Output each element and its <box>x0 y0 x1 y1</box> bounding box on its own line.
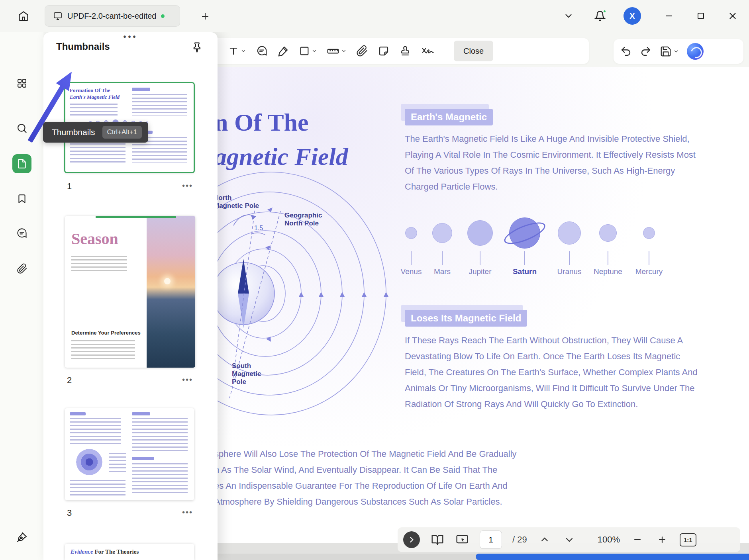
signature-tool-button[interactable] <box>421 45 434 57</box>
reading-view-button[interactable] <box>430 533 445 547</box>
signature-icon <box>421 45 434 57</box>
sidebar-item-apps[interactable] <box>12 74 31 93</box>
document-title-line1: n Of The <box>218 105 348 139</box>
ai-assistant-button[interactable] <box>687 43 704 60</box>
zoom-level: 100% <box>598 535 620 545</box>
thumbnail-page-3[interactable] <box>65 408 194 500</box>
home-icon <box>18 10 29 22</box>
chevron-down-icon <box>563 11 574 21</box>
pen-tool-button[interactable] <box>277 45 289 57</box>
text-lines-placeholder <box>71 340 135 361</box>
thumbnails-page-icon <box>17 159 27 169</box>
window-chevron-button[interactable] <box>560 7 577 25</box>
geographic-pole-label: Geographic <box>284 211 322 219</box>
text-tool-icon <box>228 45 239 57</box>
pen-nib-icon <box>16 531 28 543</box>
home-button[interactable] <box>14 6 33 26</box>
redo-button[interactable] <box>640 45 652 57</box>
pin-panel-button[interactable] <box>190 40 204 54</box>
thumbnails-tooltip: Thumbnails Ctrl+Alt+1 <box>43 122 148 143</box>
zoom-out-button[interactable] <box>630 533 645 547</box>
measure-tool-button[interactable] <box>327 45 347 57</box>
page-number: 3 <box>67 508 72 518</box>
south-pole-label2: Magnetic <box>232 370 261 378</box>
planet-label: Saturn <box>505 267 545 276</box>
text-tool-button[interactable] <box>228 45 246 57</box>
actual-size-button[interactable]: 1:1 <box>680 533 696 546</box>
planet-label: Neptune <box>588 267 628 276</box>
tooltip-shortcut: Ctrl+Alt+1 <box>102 126 142 139</box>
next-page-chevron-button[interactable] <box>562 533 576 547</box>
heading-earths-magnetic: Earth's Magnetic <box>405 109 493 125</box>
undo-button[interactable] <box>620 45 632 57</box>
panel-title: Thumbnails <box>56 41 110 52</box>
thumb3-earth-diagram <box>76 449 102 475</box>
tilt-arc <box>251 233 265 235</box>
attachment-tool-button[interactable] <box>356 45 368 57</box>
document-tab[interactable]: UPDF-2.0-cant-be-edited <box>45 5 180 27</box>
close-edit-button[interactable]: Close <box>454 41 493 61</box>
comment-tool-button[interactable] <box>256 45 268 57</box>
planet-label: Jupiter <box>460 267 500 276</box>
sidebar-item-sign[interactable] <box>12 528 31 547</box>
square-shape-icon <box>299 45 310 57</box>
avatar-letter: X <box>629 12 635 21</box>
close-window-button[interactable] <box>724 7 741 25</box>
sidebar-item-bookmarks[interactable] <box>12 189 31 208</box>
jupiter-circle <box>467 220 493 246</box>
chevron-right-icon <box>408 536 416 544</box>
zoom-in-button[interactable] <box>655 533 669 547</box>
maximize-button[interactable] <box>692 7 710 25</box>
text-lines-placeholder <box>71 256 127 273</box>
thumbnail-page-2[interactable]: Season Determine Your Preferences <box>65 216 195 368</box>
sidebar-item-comments[interactable] <box>12 223 31 243</box>
thumbnail-page-4[interactable]: Evidence For The Theories <box>65 544 194 560</box>
page-total-label: / 29 <box>512 535 527 545</box>
thumb3-badge <box>132 457 154 460</box>
sidebar-item-thumbnails[interactable] <box>12 154 31 173</box>
book-icon <box>431 533 444 546</box>
comment-icon <box>16 227 27 239</box>
toolbar: Close <box>228 38 493 64</box>
toolbar-right <box>614 39 743 64</box>
page-number: 1 <box>67 181 72 192</box>
stamp-tool-button[interactable] <box>399 45 411 57</box>
new-tab-button[interactable] <box>198 10 212 23</box>
previous-page-button[interactable] <box>537 533 552 547</box>
tab-unsaved-dot <box>161 14 165 18</box>
save-button[interactable] <box>660 45 679 57</box>
chevron-down-icon <box>341 48 347 54</box>
south-pole-label: South <box>232 362 251 370</box>
document-title: n Of The agnetic Field <box>218 105 348 174</box>
shape-tool-button[interactable] <box>299 45 317 57</box>
chevron-down-icon <box>565 535 574 544</box>
sticker-tool-button[interactable] <box>378 45 390 57</box>
planet-mars: Mars <box>422 217 462 276</box>
ruler-icon <box>327 45 339 57</box>
close-icon <box>727 11 738 21</box>
thumb2-sunset-photo <box>147 216 195 368</box>
avatar[interactable]: X <box>624 7 641 25</box>
thumbnails-panel: ••• Thumbnails Formation Of The Earth's … <box>43 32 218 560</box>
minimize-icon <box>664 11 674 21</box>
sidebar-item-search[interactable] <box>12 119 31 138</box>
minimize-button[interactable] <box>660 7 678 25</box>
notifications-button[interactable] <box>591 7 609 25</box>
page-number-input[interactable] <box>480 531 502 549</box>
next-page-button[interactable] <box>403 531 420 548</box>
document-title-line2: agnetic Field <box>218 139 348 174</box>
page-menu-button[interactable]: ••• <box>182 181 193 190</box>
comment-search-icon <box>256 45 268 57</box>
page-menu-button[interactable]: ••• <box>182 508 193 517</box>
presentation-button[interactable] <box>455 533 469 547</box>
toolbar-divider <box>444 45 444 57</box>
undo-icon <box>620 45 632 57</box>
chevron-up-icon <box>540 535 549 544</box>
horizontal-scrollbar-thumb[interactable] <box>476 554 749 560</box>
page-menu-button[interactable]: ••• <box>182 375 193 384</box>
sidebar-item-attachments[interactable] <box>12 259 31 278</box>
sticker-icon <box>378 45 390 57</box>
uranus-circle <box>558 221 581 245</box>
planet-neptune: Neptune <box>588 217 628 276</box>
pdf-page[interactable]: n Of The agnetic Field Earth's Magnetic … <box>218 67 749 543</box>
